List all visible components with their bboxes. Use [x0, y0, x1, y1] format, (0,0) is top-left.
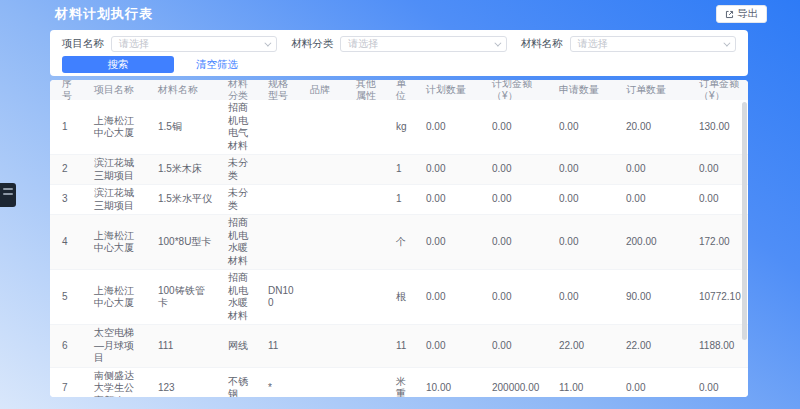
table-cell: 个	[386, 215, 416, 269]
table-cell	[300, 155, 346, 184]
table-cell: 未分类	[218, 155, 258, 184]
table-cell: 0.00	[549, 185, 616, 214]
table-cell: 上海松江中心大厦	[84, 270, 148, 324]
table-cell	[346, 368, 386, 398]
column-header: 订单数量	[616, 82, 689, 99]
filter-label: 项目名称	[62, 37, 104, 51]
select-placeholder: 请选择	[348, 37, 378, 51]
table-cell	[300, 270, 346, 324]
vertical-scrollbar[interactable]	[742, 102, 747, 340]
table-cell: 米重	[386, 368, 416, 398]
table-cell	[346, 155, 386, 184]
search-button[interactable]: 搜索	[62, 56, 174, 73]
filter-group-2: 材料名称请选择	[521, 36, 736, 52]
table-cell: 1.5米水平仪	[148, 185, 218, 214]
page: 材料计划执行表 导出 项目名称请选择材料分类请选择材料名称请选择 搜索 清空筛选…	[0, 0, 800, 409]
table-cell	[258, 185, 300, 214]
table-cell: 0.00	[549, 215, 616, 269]
table-row[interactable]: 5上海松江中心大厦100铸铁管卡招商机电水暖材料DN100根0.000.000.…	[50, 270, 748, 325]
table-cell: 0.00	[416, 215, 482, 269]
filter-select-0[interactable]: 请选择	[111, 36, 277, 52]
filter-label: 材料分类	[291, 37, 333, 51]
table-cell: 0.00	[616, 368, 689, 398]
floating-widget-tab[interactable]	[0, 183, 16, 207]
table-cell: 3	[50, 185, 84, 214]
filter-group-0: 项目名称请选择	[62, 36, 277, 52]
filter-select-1[interactable]: 请选择	[340, 36, 506, 52]
table-cell: 滨江花城三期项目	[84, 155, 148, 184]
table-cell: 0.00	[616, 185, 689, 214]
table-cell: 90.00	[616, 270, 689, 324]
table-cell: 200000.00	[482, 368, 549, 398]
table-cell: 0.00	[549, 155, 616, 184]
table-body: 1上海松江中心大厦1.5铜招商机电电气材料kg0.000.000.0020.00…	[50, 100, 748, 397]
table-cell: 1	[50, 100, 84, 154]
table-cell: kg	[386, 100, 416, 154]
page-title: 材料计划执行表	[55, 5, 153, 23]
table-cell: 22.00	[616, 325, 689, 367]
table-cell: 0.00	[416, 155, 482, 184]
table-cell: 22.00	[549, 325, 616, 367]
table-cell: 0.00	[549, 270, 616, 324]
table-row[interactable]: 7南侧盛达大学生公寓新建123不锈钢*米重10.00200000.0011.00…	[50, 368, 748, 398]
table-cell: 100铸铁管卡	[148, 270, 218, 324]
table-cell: 0.00	[689, 185, 748, 214]
table-row[interactable]: 2滨江花城三期项目1.5米木床未分类10.000.000.000.000.00	[50, 155, 748, 185]
table-cell: 1.5铜	[148, 100, 218, 154]
table-row[interactable]: 4上海松江中心大厦100*8U型卡招商机电水暖材料个0.000.000.0020…	[50, 215, 748, 270]
table-cell: 5	[50, 270, 84, 324]
table-cell	[346, 325, 386, 367]
filter-group-1: 材料分类请选择	[291, 36, 506, 52]
chevron-down-icon	[494, 39, 501, 46]
table-row[interactable]: 3滨江花城三期项目1.5米水平仪未分类10.000.000.000.000.00	[50, 185, 748, 215]
table-cell: 100*8U型卡	[148, 215, 218, 269]
table-cell	[300, 215, 346, 269]
table-cell: 南侧盛达大学生公寓新建	[84, 368, 148, 398]
table-cell: 0.00	[416, 270, 482, 324]
chevron-down-icon	[723, 39, 730, 46]
table-cell: 11	[258, 325, 300, 367]
table-cell: 不锈钢	[218, 368, 258, 398]
select-placeholder: 请选择	[119, 37, 149, 51]
table-cell: 0.00	[482, 325, 549, 367]
table-cell	[346, 185, 386, 214]
table-cell: *	[258, 368, 300, 398]
column-header: 申请数量	[549, 82, 616, 99]
filter-select-2[interactable]: 请选择	[570, 36, 736, 52]
table-cell: 172.00	[689, 215, 748, 269]
table-cell: 111	[148, 325, 218, 367]
widget-line-icon	[3, 188, 13, 190]
table-cell: 200.00	[616, 215, 689, 269]
table-cell: DN100	[258, 270, 300, 324]
filter-actions-row: 搜索 清空筛选	[62, 56, 736, 73]
select-placeholder: 请选择	[578, 37, 608, 51]
table-cell: 11	[386, 325, 416, 367]
table-cell: 1	[386, 155, 416, 184]
widget-line-icon	[3, 193, 13, 195]
table-row[interactable]: 1上海松江中心大厦1.5铜招商机电电气材料kg0.000.000.0020.00…	[50, 100, 748, 155]
table-cell: 4	[50, 215, 84, 269]
table-cell: 10.00	[416, 368, 482, 398]
vertical-scrollbar-thumb[interactable]	[742, 102, 747, 340]
chevron-down-icon	[265, 39, 272, 46]
table-cell	[300, 185, 346, 214]
table-header-row: 序号项目名称材料名称材料分类规格型号品牌其他属性单位计划数量计划金额（¥）申请数…	[50, 80, 748, 100]
export-button-label: 导出	[737, 7, 758, 21]
table-cell: 0.00	[549, 100, 616, 154]
table-cell: 上海松江中心大厦	[84, 100, 148, 154]
table-cell	[258, 215, 300, 269]
table-cell: 招商机电水暖材料	[218, 215, 258, 269]
table-cell: 0.00	[482, 185, 549, 214]
table-cell: 根	[386, 270, 416, 324]
filter-label: 材料名称	[521, 37, 563, 51]
table-cell: 0.00	[482, 215, 549, 269]
table-cell: 0.00	[416, 185, 482, 214]
table-row[interactable]: 6太空电梯—月球项目111网线11110.000.0022.0022.00118…	[50, 325, 748, 368]
table-cell: 6	[50, 325, 84, 367]
table-cell: 2	[50, 155, 84, 184]
table-cell: 0.00	[482, 100, 549, 154]
clear-filters-link[interactable]: 清空筛选	[196, 58, 238, 72]
table-panel: 序号项目名称材料名称材料分类规格型号品牌其他属性单位计划数量计划金额（¥）申请数…	[50, 80, 748, 397]
table-cell	[300, 368, 346, 398]
export-button[interactable]: 导出	[716, 5, 767, 23]
